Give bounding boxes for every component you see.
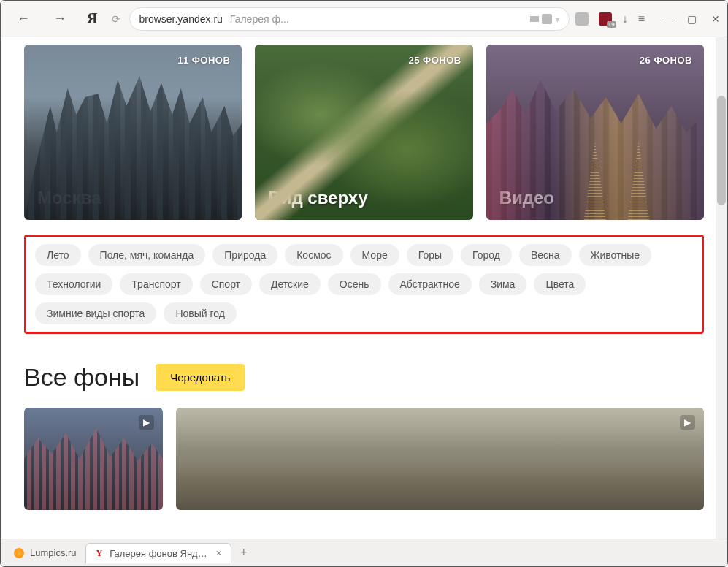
tag-pill[interactable]: Осень (328, 273, 381, 295)
tag-pill[interactable]: Детские (259, 273, 321, 295)
tag-pill[interactable]: Весна (519, 244, 572, 266)
shuffle-button[interactable]: Чередовать (156, 364, 245, 391)
card-title: Вид сверху (255, 176, 472, 220)
tab-label: Lumpics.ru (30, 547, 77, 558)
extension-lastfm-icon[interactable] (575, 12, 589, 26)
yandex-logo-icon[interactable]: Я (81, 10, 103, 27)
site-security[interactable]: ▾ (530, 13, 560, 25)
tab-close-icon[interactable]: × (215, 547, 221, 559)
card-title: Видео (486, 176, 704, 220)
favicon-icon (14, 548, 24, 558)
lock-icon (542, 14, 552, 24)
tag-pill[interactable]: Технологии (35, 273, 112, 295)
tab-bar: Lumpics.ru Y Галерея фонов Яндекс.Б ×+ (1, 539, 727, 566)
tag-pill[interactable]: Животные (579, 244, 652, 266)
tag-pill[interactable]: Космос (285, 244, 342, 266)
card-count-badge: 25 ФОНОВ (408, 55, 461, 66)
scrollbar-thumb[interactable] (717, 96, 726, 205)
page-content: 11 ФОНОВ Москва25 ФОНОВ Вид сверху26 ФОН… (1, 37, 727, 539)
card-count-badge: 11 ФОНОВ (177, 55, 230, 66)
tag-pill[interactable]: Горы (407, 244, 453, 266)
address-bar[interactable]: browser.yandex.ru Галерея ф... ▾ (129, 7, 569, 31)
category-card[interactable]: 26 ФОНОВ Видео (486, 45, 704, 220)
category-card[interactable]: 11 ФОНОВ Москва (24, 45, 242, 220)
tag-pill[interactable]: Лето (35, 244, 81, 266)
tag-pill[interactable]: Цвета (534, 273, 586, 295)
scrollbar[interactable] (716, 37, 727, 539)
address-domain: browser.yandex.ru (139, 13, 222, 25)
address-page-title: Галерея ф... (230, 13, 289, 25)
extension-adblock-icon[interactable]: 19 (599, 12, 612, 26)
video-icon: ▶ (680, 415, 695, 430)
tag-pill[interactable]: Море (350, 244, 399, 266)
browser-toolbar: ← → Я ⟳ browser.yandex.ru Галерея ф... ▾… (1, 1, 727, 37)
tag-pill[interactable]: Новый год (164, 302, 237, 324)
tag-pill[interactable]: Транспорт (120, 273, 192, 295)
minimize-button[interactable]: — (662, 13, 673, 25)
tab-label: Галерея фонов Яндекс.Б (110, 548, 210, 559)
background-card[interactable]: ▶ (176, 408, 704, 510)
tag-pill[interactable]: Зима (479, 273, 527, 295)
video-icon: ▶ (139, 415, 154, 430)
card-count-badge: 26 ФОНОВ (640, 55, 692, 66)
category-card[interactable]: 25 ФОНОВ Вид сверху (255, 45, 472, 220)
favicon-icon: Y (95, 548, 104, 558)
extension-badge: 19 (607, 21, 616, 28)
section-title: Все фоны (24, 363, 139, 392)
maximize-button[interactable]: ▢ (687, 13, 697, 25)
tags-container: ЛетоПоле, мяч, командаПриродаКосмосМореГ… (24, 235, 704, 334)
tag-pill[interactable]: Спорт (200, 273, 252, 295)
forward-button[interactable]: → (45, 5, 75, 32)
browser-tab[interactable]: Y Галерея фонов Яндекс.Б × (85, 543, 231, 563)
background-card[interactable]: ▶ (24, 408, 163, 510)
back-button[interactable]: ← (8, 5, 39, 32)
tag-pill[interactable]: Зимние виды спорта (35, 302, 156, 324)
new-tab-button[interactable]: + (231, 545, 257, 560)
refresh-icon[interactable]: ⟳ (109, 13, 123, 25)
tag-pill[interactable]: Абстрактное (388, 273, 472, 295)
tag-pill[interactable]: Поле, мяч, команда (88, 244, 206, 266)
tag-pill[interactable]: Город (461, 244, 512, 266)
tag-pill[interactable]: Природа (212, 244, 277, 266)
browser-tab[interactable]: Lumpics.ru (5, 543, 85, 563)
menu-icon[interactable]: ≡ (638, 12, 645, 26)
close-button[interactable]: ✕ (711, 13, 720, 25)
downloads-icon[interactable]: ↓ (622, 12, 628, 26)
card-title: Москва (24, 176, 242, 220)
